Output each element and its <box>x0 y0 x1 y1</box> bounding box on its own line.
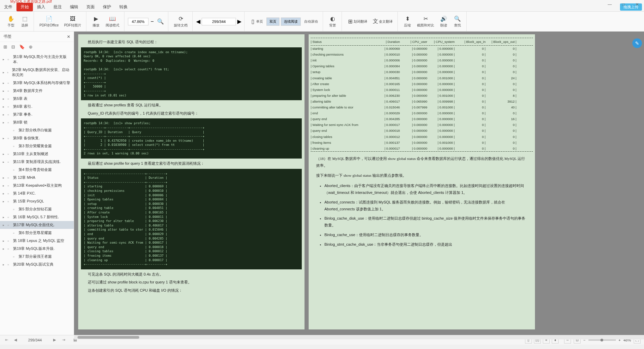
document-area[interactable]: 然后执行一条建立索引 SQL 语句的过程： root@db 14:34: [zs… <box>74 32 644 335</box>
hand-tool[interactable]: ✋手型 <box>5 14 17 29</box>
collapse-all-icon[interactable]: ⊟ <box>11 44 15 49</box>
bookmark-item[interactable]: ▫第4 部分尊贵铂金篇 <box>0 166 74 174</box>
menu-insert[interactable]: 插入 <box>33 3 49 11</box>
compress-button[interactable]: ⬍压缩 <box>401 14 414 29</box>
bookmark-item[interactable]: ▸▫第 18章 Lepus 之 MySQL 监控 <box>0 237 74 245</box>
bookmark-item[interactable]: ▸▫第6章 索引. <box>0 103 74 110</box>
full-translate[interactable]: 文全文翻译 <box>371 18 395 26</box>
table-row: | init| 0.000006| 0.000000| 0.000000 |0 … <box>311 57 533 63</box>
minimize-button[interactable]: — <box>603 0 617 9</box>
menu-convert[interactable]: 转换 <box>115 3 132 11</box>
bookmark-item[interactable]: ▫第2 部分秩序白银篇 <box>0 126 74 134</box>
compress-icon: ⬍ <box>404 15 411 22</box>
bookmark-item[interactable]: ▸▫第19章 MySQL版本升级. <box>0 245 74 253</box>
bookmark-item[interactable]: ▸▫第3章 MySQL体系结构与存储引擎 <box>0 79 74 87</box>
menu-annotate[interactable]: 批注 <box>49 3 66 11</box>
bookmark-item[interactable]: ▸▫第2章 MySQL数据库的安装、启动和关闭 <box>0 66 74 79</box>
bookmark-item[interactable]: ▸▫第20章 MySQL面试宝典 <box>0 260 74 268</box>
close-button[interactable]: ✕ <box>630 0 644 9</box>
horizontal-scrollbar[interactable] <box>74 335 644 339</box>
play-button[interactable]: ▶播放 <box>90 14 102 29</box>
paragraph: 接着通过 show profiles 查看 SQL 运行结果。 <box>88 102 295 108</box>
bookmark-item[interactable]: ▸▫第 16章 MySQL 5.7 新特性. <box>0 213 74 221</box>
bookmark-item[interactable]: ▸▫第10章 主从复制概述 <box>0 150 74 158</box>
bookmark-item[interactable]: ▸▫第17章 MySQL全面优化. <box>0 221 74 229</box>
bookmark-item[interactable]: ▫第7 部分最强王者篇 <box>0 253 74 260</box>
bookmark-item[interactable]: ▸▫第7章 事务. <box>0 110 74 118</box>
maximize-button[interactable]: □ <box>617 0 630 9</box>
bookmark-item[interactable]: ▸▫第 12章 MHA <box>0 174 74 182</box>
hand-icon: ✋ <box>8 15 14 22</box>
menu-page[interactable]: 页面 <box>82 3 99 11</box>
zoom-slider[interactable] <box>588 339 616 341</box>
table-row: | cleaning up| 0.000017| 0.000000| 0.000… <box>311 146 533 151</box>
next-page[interactable]: ▶ <box>237 18 241 25</box>
bookmark-icon: ▫ <box>8 136 12 140</box>
bookmark-item[interactable]: ▸▫第 14章 PXC. <box>0 189 74 197</box>
bookmark-item[interactable]: ▸▫第1章 MySQL简介与主流分支版本. <box>0 53 74 66</box>
bookmark-item[interactable]: ▸▫第5章 表 <box>0 95 74 103</box>
bookmark-label: 第 16章 MySQL 5.7 新特性. <box>13 214 59 220</box>
last-page-button[interactable]: ⇥ <box>60 338 67 342</box>
read-mode[interactable]: 📖阅读模式 <box>104 14 121 29</box>
menu-file[interactable]: 文件 <box>0 3 16 11</box>
table-row: | System lock| 0.000011| 0.000000| 0.000… <box>311 87 533 93</box>
chevron-icon: ▸ <box>3 239 6 243</box>
pdf-to-image[interactable]: 🖼PDF转图片 <box>62 14 83 29</box>
prev-page[interactable]: ◀ <box>196 18 200 25</box>
dict-translate[interactable]: ⊞划词翻译 <box>345 18 369 26</box>
pdf-to-office[interactable]: 📄PDF转Office <box>37 14 61 29</box>
single-page[interactable]: ▯单页 <box>248 18 265 26</box>
read-aloud-button[interactable]: 🔊朗读 <box>438 14 450 29</box>
status-table: | Status | Duration | CPU_user | CPU_sys… <box>311 38 533 152</box>
bookmark-item[interactable]: ▫第6 部分至尊星耀篇 <box>0 229 74 237</box>
select-tool[interactable]: ⬚选择 <box>19 14 31 29</box>
table-row: | query end| 0.000018| 0.000000| 0.00000… <box>311 128 533 133</box>
bookmark-item[interactable]: ▫第5 部分永恒钻石篇 <box>0 205 74 213</box>
bookmark-add-icon[interactable]: ⊕ <box>29 44 33 49</box>
zoom-out-icon[interactable]: − <box>149 19 155 25</box>
chevron-icon: ▸ <box>3 89 6 93</box>
chevron-icon: ▸ <box>3 137 6 140</box>
bookmark-item[interactable]: ▸▫第8章 锁 <box>0 118 74 126</box>
chevron-icon: ▸ <box>3 263 6 266</box>
first-page-button[interactable]: ⇤ <box>3 338 10 342</box>
terminal-block: root@db 14:34: [zs]> show profiles; +---… <box>81 118 302 159</box>
screenshot-button[interactable]: ✂截图和对比 <box>415 14 436 29</box>
background-button[interactable]: ◐背景 <box>326 14 339 29</box>
bookmark-item[interactable]: ▸▫第13章 Keepalived+双主架构 <box>0 182 74 189</box>
menu-protect[interactable]: 保护 <box>99 3 115 11</box>
bookmark-label: 第20章 MySQL面试宝典 <box>13 262 53 267</box>
bookmark-icon[interactable]: 🔖 <box>19 44 25 49</box>
search-icon: 🔍 <box>454 15 461 22</box>
page-input[interactable] <box>202 18 236 25</box>
chevron-icon: ▸ <box>3 58 6 61</box>
float-action-button[interactable]: ✎ <box>632 38 642 48</box>
rotate-button[interactable]: ⟳旋转文档 <box>172 14 190 29</box>
prev-page-button[interactable]: ◀ <box>12 338 19 342</box>
next-page-button[interactable]: ▶ <box>51 338 58 342</box>
zoom-in-icon[interactable]: 🔍 <box>156 18 165 25</box>
bookmark-list[interactable]: ▸▫第1章 MySQL简介与主流分支版本.▸▫第2章 MySQL数据库的安装、启… <box>0 51 74 335</box>
bookmark-item[interactable]: ▸▫第11章 复制原理及实战演练. <box>0 158 74 166</box>
bookmark-icon: ▫ <box>8 191 12 196</box>
menu-edit[interactable]: 编辑 <box>66 3 82 11</box>
chevron-icon: ▸ <box>3 97 6 101</box>
find-button[interactable]: 🔍查找 <box>451 14 464 29</box>
expand-all-icon[interactable]: ⊞ <box>3 44 7 49</box>
bookmark-label: 第 12章 MHA <box>13 175 35 180</box>
bookmark-item[interactable]: ▫第3 部分荣耀黄金篇 <box>0 142 74 150</box>
bookmark-label: 第13章 Keepalived+双主架构 <box>13 183 62 188</box>
menu-start[interactable]: 开始 <box>16 3 33 11</box>
double-page[interactable]: 双页 <box>266 18 279 26</box>
bookmark-item[interactable]: ▸▫第9章 备份恢复. <box>0 134 74 142</box>
bookmark-item[interactable]: ▸▫第 15章 ProxySQL <box>0 197 74 205</box>
table-row: | checking permissions| 0.000010| 0.0000… <box>311 51 533 57</box>
bookmark-label: 第10章 主从复制概述 <box>13 151 48 156</box>
continuous-read[interactable]: 连续阅读 <box>281 18 301 26</box>
sidebar-close-icon[interactable]: ✕ <box>67 34 70 39</box>
auto-scroll[interactable]: 自动滚动 <box>302 18 320 25</box>
zoom-input[interactable] <box>128 18 148 25</box>
bookmark-item[interactable]: ▸▫第4章 数据库文件 <box>0 87 74 95</box>
table-row: | setup| 0.000030| 0.000000| 0.000000 |0… <box>311 69 533 75</box>
